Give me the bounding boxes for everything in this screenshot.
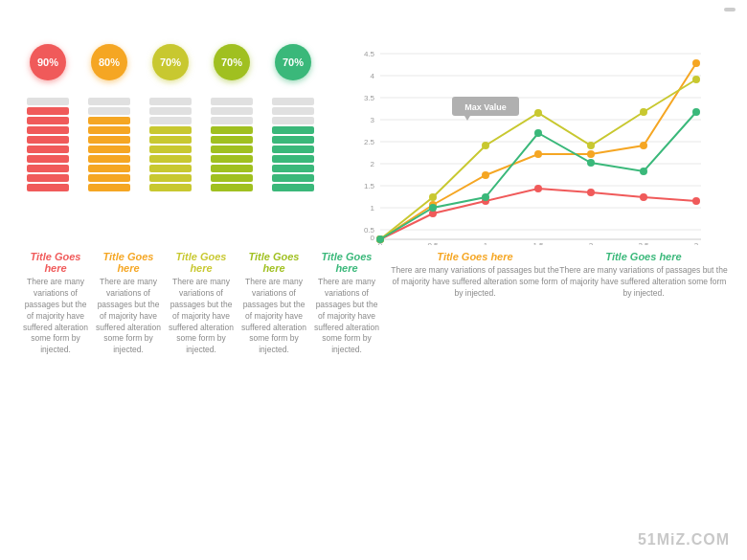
bar-segment-3-5: [149, 136, 192, 144]
svg-point-36: [482, 171, 489, 179]
line-desc-1: There are many variations of passages bu…: [391, 265, 559, 300]
col-desc-1: There are many variations of passages bu…: [21, 277, 90, 356]
bar-segment-1-8: [27, 165, 69, 172]
bar-segment-3-2: [149, 107, 192, 115]
col-label-3: Title Goes hereThere are many variations…: [167, 251, 236, 356]
pin-shape-5: 70%: [274, 44, 312, 92]
svg-point-42: [429, 193, 437, 201]
svg-point-40: [692, 59, 700, 67]
bar-segment-1-4: [27, 126, 69, 134]
bar-segment-2-10: [88, 184, 130, 191]
svg-point-43: [482, 142, 489, 149]
svg-point-37: [534, 150, 542, 158]
pin-shape-1: 90%: [29, 44, 67, 92]
svg-point-47: [692, 76, 700, 83]
bar-segment-1-7: [27, 155, 69, 163]
svg-point-33: [692, 197, 700, 205]
bar-segment-4-5: [211, 136, 253, 144]
bars-stack-1: [27, 98, 69, 191]
bar-segment-1-1: [27, 98, 69, 105]
col-title-5: Title Goes here: [312, 251, 381, 274]
pin-shape-3: 70%: [151, 44, 190, 92]
line-col-label-1: Title Goes hereThere are many variations…: [391, 251, 559, 356]
svg-text:3.5: 3.5: [364, 94, 375, 102]
pin-shape-2: 80%: [90, 44, 128, 92]
chart-area: 4.5 4 3.5 3 2.5 2 1.5 1 0.5 0 0 0.5 1: [329, 44, 728, 245]
bar-segment-1-6: [27, 146, 69, 153]
pin-circle-5: 70%: [275, 44, 311, 80]
line-title-2: Title Goes here: [559, 251, 728, 262]
bar-section: 90%80%70%70%70%: [19, 44, 322, 245]
svg-text:3: 3: [371, 116, 375, 124]
bar-segment-5-2: [272, 107, 314, 115]
pin-circle-2: 80%: [91, 44, 127, 80]
bar-segment-1-2: [27, 107, 69, 115]
col-title-1: Title Goes here: [21, 251, 90, 274]
watermark: 51MiZ.COM: [638, 531, 730, 549]
bar-segment-5-7: [272, 155, 314, 163]
bar-segment-2-2: [88, 107, 130, 115]
svg-text:4: 4: [371, 72, 375, 80]
col-title-2: Title Goes here: [94, 251, 163, 274]
bar-col-2: 80%: [80, 44, 138, 245]
line-desc-2: There are many variations of passages bu…: [559, 265, 728, 300]
svg-point-30: [534, 185, 542, 192]
page-number: [724, 8, 736, 11]
bars-stack-3: [149, 98, 192, 191]
bar-segment-1-10: [27, 184, 69, 191]
bar-segment-2-8: [88, 165, 130, 172]
bar-segment-2-4: [88, 126, 130, 134]
pin-circle-4: 70%: [214, 44, 250, 80]
svg-text:1.5: 1.5: [532, 241, 544, 245]
col-title-4: Title Goes here: [239, 251, 308, 274]
main-content: 90%80%70%70%70% 4.5 4: [0, 44, 747, 245]
bar-segment-2-7: [88, 155, 130, 163]
svg-point-53: [640, 168, 647, 175]
bar-segment-2-9: [88, 174, 130, 182]
svg-text:3: 3: [694, 241, 699, 245]
col-label-1: Title Goes hereThere are many variations…: [21, 251, 90, 356]
svg-text:0.5: 0.5: [427, 241, 439, 245]
bar-segment-5-10: [272, 184, 314, 191]
svg-text:0: 0: [371, 234, 375, 242]
svg-text:1: 1: [371, 204, 375, 213]
bar-segment-2-6: [88, 146, 130, 153]
svg-point-44: [534, 109, 542, 117]
svg-point-49: [429, 204, 437, 212]
line-title-1: Title Goes here: [391, 251, 559, 262]
bar-segment-3-10: [149, 184, 192, 191]
bars-stack-4: [211, 98, 253, 191]
bar-segment-5-8: [272, 165, 314, 172]
svg-point-38: [587, 150, 595, 158]
bar-segment-2-1: [88, 98, 130, 105]
bottom-section: Title Goes hereThere are many variations…: [0, 251, 747, 356]
bar-segment-5-5: [272, 136, 314, 144]
col-desc-5: There are many variations of passages bu…: [312, 277, 381, 356]
bar-segment-4-2: [211, 107, 253, 115]
bar-segment-5-1: [272, 98, 314, 105]
bar-segment-3-7: [149, 155, 192, 163]
svg-point-45: [587, 142, 595, 149]
col-label-4: Title Goes hereThere are many variations…: [239, 251, 308, 356]
svg-text:4.5: 4.5: [364, 50, 375, 58]
bar-segment-3-8: [149, 165, 192, 172]
svg-text:2.5: 2.5: [364, 138, 375, 146]
bar-segment-2-3: [88, 117, 130, 124]
svg-point-46: [640, 108, 647, 116]
bar-col-5: 70%: [264, 44, 322, 245]
line-col-label-2: Title Goes hereThere are many variations…: [559, 251, 728, 356]
svg-text:Max Value: Max Value: [464, 102, 507, 112]
bar-segment-5-3: [272, 117, 314, 124]
bar-segment-4-10: [211, 184, 253, 191]
bar-segment-5-6: [272, 146, 314, 153]
bar-segment-3-9: [149, 174, 192, 182]
col-title-3: Title Goes here: [167, 251, 236, 274]
svg-point-54: [692, 108, 700, 116]
header: [0, 0, 747, 27]
svg-text:2.5: 2.5: [638, 241, 649, 245]
bar-segment-1-5: [27, 136, 69, 144]
col-desc-3: There are many variations of passages bu…: [167, 277, 236, 356]
bar-segment-3-3: [149, 117, 192, 124]
bar-segment-3-4: [149, 126, 192, 134]
bar-segment-4-7: [211, 155, 253, 163]
